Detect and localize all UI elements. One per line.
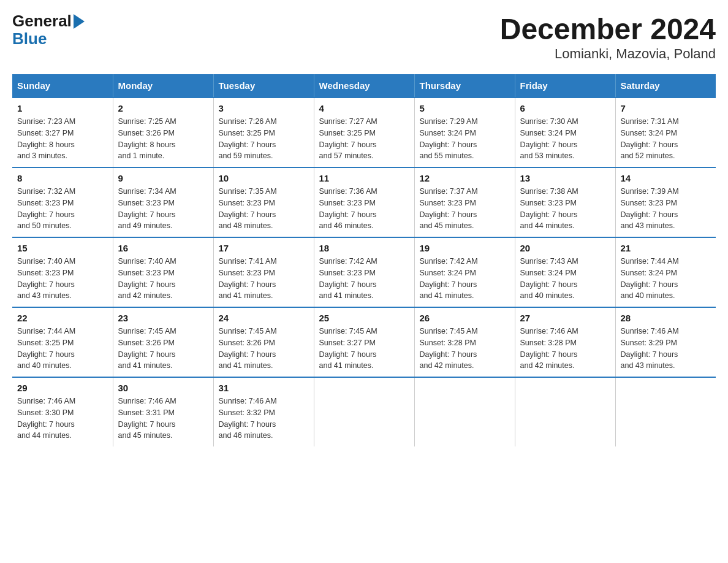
day-number: 11 [319,173,409,183]
day-number: 23 [118,313,208,323]
day-info: Sunrise: 7:40 AMSunset: 3:23 PMDaylight:… [118,256,208,302]
calendar-cell: 19Sunrise: 7:42 AMSunset: 3:24 PMDayligh… [414,237,515,307]
calendar-week-row: 1Sunrise: 7:23 AMSunset: 3:27 PMDaylight… [12,98,716,167]
day-info: Sunrise: 7:29 AMSunset: 3:24 PMDaylight:… [420,116,510,162]
day-number: 24 [219,313,309,323]
calendar-cell: 27Sunrise: 7:46 AMSunset: 3:28 PMDayligh… [515,307,615,377]
day-number: 7 [621,103,711,113]
calendar-cell: 23Sunrise: 7:45 AMSunset: 3:26 PMDayligh… [113,307,213,377]
day-number: 2 [118,103,208,113]
page-header: General Blue December 2024 Lomianki, Maz… [12,12,716,62]
calendar-cell: 4Sunrise: 7:27 AMSunset: 3:25 PMDaylight… [314,98,414,167]
calendar-week-row: 8Sunrise: 7:32 AMSunset: 3:23 PMDaylight… [12,167,716,237]
day-number: 21 [621,243,711,253]
day-info: Sunrise: 7:38 AMSunset: 3:23 PMDaylight:… [520,186,610,232]
day-info: Sunrise: 7:37 AMSunset: 3:23 PMDaylight:… [420,186,510,232]
calendar-cell: 18Sunrise: 7:42 AMSunset: 3:23 PMDayligh… [314,237,414,307]
day-of-week-header: Saturday [615,74,716,98]
day-number: 28 [621,313,711,323]
day-number: 5 [420,103,510,113]
day-of-week-header: Wednesday [314,74,414,98]
day-number: 3 [219,103,309,113]
calendar-header-row: SundayMondayTuesdayWednesdayThursdayFrid… [12,74,716,98]
day-number: 30 [118,383,208,393]
day-number: 6 [520,103,610,113]
calendar-cell: 11Sunrise: 7:36 AMSunset: 3:23 PMDayligh… [314,167,414,237]
calendar-cell: 7Sunrise: 7:31 AMSunset: 3:24 PMDaylight… [615,98,716,167]
day-number: 18 [319,243,409,253]
calendar-cell: 10Sunrise: 7:35 AMSunset: 3:23 PMDayligh… [213,167,314,237]
calendar-cell: 1Sunrise: 7:23 AMSunset: 3:27 PMDaylight… [12,98,113,167]
day-info: Sunrise: 7:46 AMSunset: 3:29 PMDaylight:… [621,326,711,372]
day-info: Sunrise: 7:46 AMSunset: 3:30 PMDaylight:… [17,396,108,442]
day-number: 31 [219,383,309,393]
day-info: Sunrise: 7:36 AMSunset: 3:23 PMDaylight:… [319,186,409,232]
day-number: 10 [219,173,309,183]
day-info: Sunrise: 7:35 AMSunset: 3:23 PMDaylight:… [219,186,309,232]
calendar-table: SundayMondayTuesdayWednesdayThursdayFrid… [12,74,716,446]
day-info: Sunrise: 7:45 AMSunset: 3:27 PMDaylight:… [319,326,409,372]
calendar-cell: 17Sunrise: 7:41 AMSunset: 3:23 PMDayligh… [213,237,314,307]
day-of-week-header: Monday [113,74,213,98]
day-info: Sunrise: 7:46 AMSunset: 3:32 PMDaylight:… [219,396,309,442]
calendar-cell: 12Sunrise: 7:37 AMSunset: 3:23 PMDayligh… [414,167,515,237]
calendar-cell: 26Sunrise: 7:45 AMSunset: 3:28 PMDayligh… [414,307,515,377]
logo-blue-text: Blue [12,30,85,48]
day-info: Sunrise: 7:45 AMSunset: 3:26 PMDaylight:… [219,326,309,372]
calendar-cell: 24Sunrise: 7:45 AMSunset: 3:26 PMDayligh… [213,307,314,377]
logo-general-text: General [12,12,72,30]
day-info: Sunrise: 7:31 AMSunset: 3:24 PMDaylight:… [621,116,711,162]
day-number: 27 [520,313,610,323]
day-of-week-header: Sunday [12,74,113,98]
calendar-cell: 15Sunrise: 7:40 AMSunset: 3:23 PMDayligh… [12,237,113,307]
day-info: Sunrise: 7:30 AMSunset: 3:24 PMDaylight:… [520,116,610,162]
calendar-cell: 22Sunrise: 7:44 AMSunset: 3:25 PMDayligh… [12,307,113,377]
day-number: 25 [319,313,409,323]
day-of-week-header: Thursday [414,74,515,98]
calendar-cell [314,377,414,446]
calendar-cell: 9Sunrise: 7:34 AMSunset: 3:23 PMDaylight… [113,167,213,237]
calendar-cell: 28Sunrise: 7:46 AMSunset: 3:29 PMDayligh… [615,307,716,377]
day-number: 29 [17,383,108,393]
day-info: Sunrise: 7:44 AMSunset: 3:25 PMDaylight:… [17,326,108,372]
day-info: Sunrise: 7:23 AMSunset: 3:27 PMDaylight:… [17,116,108,162]
calendar-cell: 13Sunrise: 7:38 AMSunset: 3:23 PMDayligh… [515,167,615,237]
calendar-cell [615,377,716,446]
calendar-subtitle: Lomianki, Mazovia, Poland [500,46,716,62]
day-info: Sunrise: 7:40 AMSunset: 3:23 PMDaylight:… [17,256,108,302]
logo: General Blue [12,12,85,47]
day-number: 22 [17,313,108,323]
day-info: Sunrise: 7:32 AMSunset: 3:23 PMDaylight:… [17,186,108,232]
calendar-cell: 29Sunrise: 7:46 AMSunset: 3:30 PMDayligh… [12,377,113,446]
day-number: 12 [420,173,510,183]
calendar-cell [414,377,515,446]
day-number: 14 [621,173,711,183]
logo-arrow-icon [74,14,85,29]
day-info: Sunrise: 7:46 AMSunset: 3:28 PMDaylight:… [520,326,610,372]
calendar-cell: 25Sunrise: 7:45 AMSunset: 3:27 PMDayligh… [314,307,414,377]
day-number: 13 [520,173,610,183]
calendar-title: December 2024 [500,12,716,46]
calendar-cell: 14Sunrise: 7:39 AMSunset: 3:23 PMDayligh… [615,167,716,237]
day-number: 1 [17,103,108,113]
calendar-cell: 20Sunrise: 7:43 AMSunset: 3:24 PMDayligh… [515,237,615,307]
day-info: Sunrise: 7:45 AMSunset: 3:26 PMDaylight:… [118,326,208,372]
calendar-cell: 5Sunrise: 7:29 AMSunset: 3:24 PMDaylight… [414,98,515,167]
calendar-cell: 21Sunrise: 7:44 AMSunset: 3:24 PMDayligh… [615,237,716,307]
day-info: Sunrise: 7:41 AMSunset: 3:23 PMDaylight:… [219,256,309,302]
day-info: Sunrise: 7:26 AMSunset: 3:25 PMDaylight:… [219,116,309,162]
calendar-cell: 6Sunrise: 7:30 AMSunset: 3:24 PMDaylight… [515,98,615,167]
day-number: 19 [420,243,510,253]
day-info: Sunrise: 7:45 AMSunset: 3:28 PMDaylight:… [420,326,510,372]
day-info: Sunrise: 7:42 AMSunset: 3:24 PMDaylight:… [420,256,510,302]
calendar-cell: 2Sunrise: 7:25 AMSunset: 3:26 PMDaylight… [113,98,213,167]
day-number: 20 [520,243,610,253]
title-block: December 2024 Lomianki, Mazovia, Poland [500,12,716,62]
day-info: Sunrise: 7:46 AMSunset: 3:31 PMDaylight:… [118,396,208,442]
calendar-cell: 3Sunrise: 7:26 AMSunset: 3:25 PMDaylight… [213,98,314,167]
calendar-cell: 8Sunrise: 7:32 AMSunset: 3:23 PMDaylight… [12,167,113,237]
day-info: Sunrise: 7:27 AMSunset: 3:25 PMDaylight:… [319,116,409,162]
day-number: 15 [17,243,108,253]
day-of-week-header: Friday [515,74,615,98]
calendar-week-row: 15Sunrise: 7:40 AMSunset: 3:23 PMDayligh… [12,237,716,307]
